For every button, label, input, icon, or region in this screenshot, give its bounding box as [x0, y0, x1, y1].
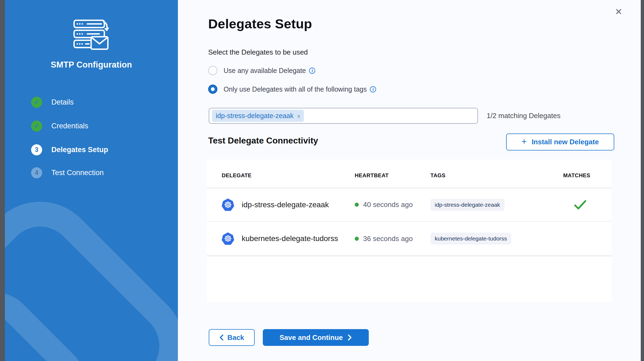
- step-number-badge: 3: [31, 144, 42, 155]
- step-label: Test Connection: [51, 169, 104, 177]
- table-row[interactable]: ☸ kubernetes-delegate-tudorss 36 seconds…: [207, 222, 612, 256]
- kubernetes-wheel-glyph: ☸: [224, 200, 232, 209]
- delegate-tags-input[interactable]: idp-stress-delegate-zeaak x: [209, 108, 478, 124]
- step-number-badge: 4: [31, 167, 42, 178]
- column-header-matches: MATCHES: [563, 172, 604, 179]
- screen-edge-left: [0, 0, 5, 361]
- delegate-cell: ☸ kubernetes-delegate-tudorss: [222, 232, 355, 245]
- kubernetes-icon: ☸: [222, 232, 234, 245]
- tag-chip-label: idp-stress-delegate-zeaak: [216, 112, 294, 120]
- heartbeat-cell: 36 seconds ago: [355, 235, 430, 243]
- radio-label: Only use Delegates with all of the follo…: [224, 85, 367, 93]
- plus-icon: +: [522, 136, 527, 147]
- back-button[interactable]: Back: [209, 329, 255, 346]
- radio-label: Use any available Delegate: [224, 67, 306, 75]
- step-label: Details: [51, 98, 74, 106]
- delegate-tag-chip: kubernetes-delegate-tudorss: [430, 233, 511, 245]
- smtp-servers-mail-icon: [73, 19, 109, 52]
- screen-edge-right: [641, 0, 644, 361]
- radio-only-tagged-delegates[interactable]: Only use Delegates with all of the follo…: [208, 84, 376, 95]
- chevron-right-icon: [348, 334, 352, 341]
- chevron-left-icon: [219, 334, 224, 341]
- step-complete-check-icon: ✓: [31, 97, 42, 108]
- step-label: Credentials: [51, 122, 88, 130]
- delegates-setup-panel: ✕ Delegates Setup Select the Delegates t…: [178, 0, 641, 361]
- heartbeat-status-dot: [355, 203, 359, 207]
- kubernetes-icon: ☸: [222, 199, 234, 211]
- matches-cell: [563, 200, 604, 210]
- sidebar-step-details[interactable]: ✓ Details: [31, 96, 74, 108]
- tags-cell: kubernetes-delegate-tudorss: [430, 233, 563, 245]
- matching-delegates-count: 1/2 matching Delegates: [487, 112, 560, 120]
- sidebar-step-credentials[interactable]: ✓ Credentials: [31, 120, 88, 132]
- radio-button-icon[interactable]: [208, 66, 217, 75]
- delegate-name: idp-stress-delegate-zeaak: [242, 200, 329, 209]
- back-button-label: Back: [227, 333, 244, 342]
- column-header-tags: TAGS: [430, 172, 563, 179]
- heartbeat-text: 40 seconds ago: [363, 200, 413, 209]
- page-subtitle: Select the Delegates to be used: [208, 48, 308, 56]
- info-icon[interactable]: i: [370, 86, 376, 92]
- install-button-label: Install new Delegate: [532, 138, 599, 146]
- match-check-icon: [574, 200, 586, 210]
- heartbeat-cell: 40 seconds ago: [355, 200, 430, 209]
- remove-tag-icon[interactable]: x: [297, 113, 300, 119]
- tag-chip: idp-stress-delegate-zeaak x: [212, 110, 304, 122]
- heartbeat-text: 36 seconds ago: [363, 235, 413, 243]
- page-title: Delegates Setup: [208, 16, 312, 31]
- heartbeat-status-dot: [355, 237, 359, 241]
- tags-text-input[interactable]: [304, 111, 475, 121]
- delegate-name: kubernetes-delegate-tudorss: [242, 234, 338, 243]
- sidebar-step-delegates-setup[interactable]: 3 Delegates Setup: [31, 144, 108, 156]
- info-icon[interactable]: i: [309, 68, 315, 74]
- sidebar-step-test-connection[interactable]: 4 Test Connection: [31, 167, 104, 179]
- wizard-sidebar: SMTP Configuration ✓ Details ✓ Credentia…: [5, 0, 178, 361]
- save-button-label: Save and Continue: [280, 333, 343, 342]
- column-header-heartbeat: HEARTBEAT: [355, 172, 430, 179]
- tags-cell: idp-stress-delegate-zeaak: [430, 199, 563, 211]
- delegates-table: DELEGATE HEARTBEAT TAGS MATCHES ☸ idp-st…: [207, 159, 612, 302]
- install-new-delegate-button[interactable]: + Install new Delegate: [506, 133, 614, 151]
- column-header-delegate: DELEGATE: [222, 172, 355, 179]
- step-complete-check-icon: ✓: [31, 121, 42, 132]
- save-and-continue-button[interactable]: Save and Continue: [263, 329, 369, 346]
- table-header-row: DELEGATE HEARTBEAT TAGS MATCHES: [207, 159, 612, 188]
- wizard-title: SMTP Configuration: [5, 60, 178, 70]
- delegate-cell: ☸ idp-stress-delegate-zeaak: [222, 199, 355, 211]
- table-row[interactable]: ☸ idp-stress-delegate-zeaak 40 seconds a…: [207, 188, 612, 222]
- radio-button-selected-icon[interactable]: [208, 85, 217, 94]
- close-icon[interactable]: ✕: [613, 6, 625, 18]
- delegate-tag-chip: idp-stress-delegate-zeaak: [430, 199, 504, 211]
- kubernetes-wheel-glyph: ☸: [224, 234, 232, 243]
- radio-use-any-delegate[interactable]: Use any available Delegate i: [208, 65, 315, 76]
- section-title: Test Delegate Connectivity: [208, 136, 318, 146]
- step-label: Delegates Setup: [51, 146, 108, 154]
